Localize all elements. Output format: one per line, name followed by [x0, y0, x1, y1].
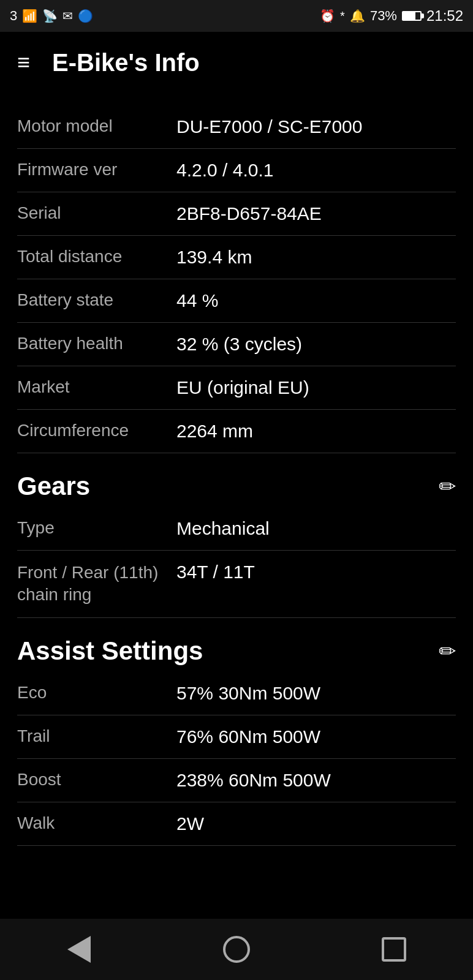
- gears-row-chainring: Front / Rear (11th) chain ring 34T / 11T: [17, 551, 456, 618]
- bike-info-section: Motor model DU-E7000 / SC-E7000 Firmware…: [17, 105, 456, 453]
- value-market: EU (original EU): [176, 377, 456, 398]
- home-button[interactable]: [212, 925, 261, 974]
- status-bar-left: 3 📶 📡 ✉ 🔵: [10, 8, 93, 24]
- app-icon: 🔵: [78, 9, 93, 23]
- assist-row-walk: Walk 2W: [17, 802, 456, 846]
- gears-row-type: Type Mechanical: [17, 507, 456, 551]
- gears-section: Gears ✏ Type Mechanical Front / Rear (11…: [17, 453, 456, 618]
- assist-settings-header: Assist Settings ✏: [17, 618, 456, 672]
- info-row-circumference: Circumference 2264 mm: [17, 410, 456, 453]
- nav-bar: [0, 919, 473, 980]
- signal-bars-icon: 📶: [22, 9, 37, 23]
- info-row-battery-state: Battery state 44 %: [17, 279, 456, 323]
- value-trail: 76% 60Nm 500W: [176, 726, 456, 747]
- value-gears-type: Mechanical: [176, 518, 456, 539]
- status-bar: 3 📶 📡 ✉ 🔵 ⏰ * 🔔 73% 21:52: [0, 0, 473, 32]
- gears-edit-button[interactable]: ✏: [439, 474, 456, 499]
- page-title: E-Bike's Info: [52, 49, 200, 77]
- recents-button[interactable]: [369, 925, 418, 974]
- info-row-firmware: Firmware ver 4.2.0 / 4.0.1: [17, 149, 456, 192]
- assist-settings-section: Assist Settings ✏ Eco 57% 30Nm 500W Trai…: [17, 618, 456, 846]
- label-gears-chainring: Front / Rear (11th) chain ring: [17, 562, 176, 606]
- info-row-serial: Serial 2BF8-D657-84AE: [17, 192, 456, 236]
- assist-row-trail: Trail 76% 60Nm 500W: [17, 715, 456, 759]
- info-row-market: Market EU (original EU): [17, 366, 456, 410]
- value-eco: 57% 30Nm 500W: [176, 683, 456, 704]
- info-row-total-distance: Total distance 139.4 km: [17, 236, 456, 279]
- wifi-icon: 📡: [42, 9, 58, 23]
- label-circumference: Circumference: [17, 421, 176, 440]
- label-eco: Eco: [17, 683, 176, 703]
- content-area: Motor model DU-E7000 / SC-E7000 Firmware…: [0, 93, 473, 870]
- value-serial: 2BF8-D657-84AE: [176, 203, 456, 224]
- mail-icon: ✉: [62, 9, 73, 23]
- battery-icon: [402, 11, 422, 21]
- label-firmware: Firmware ver: [17, 160, 176, 179]
- vibrate-icon: 🔔: [350, 9, 365, 23]
- assist-row-boost: Boost 238% 60Nm 500W: [17, 759, 456, 802]
- assist-settings-title: Assist Settings: [17, 636, 203, 666]
- app-bar: ≡ E-Bike's Info: [0, 32, 473, 93]
- value-boost: 238% 60Nm 500W: [176, 770, 456, 791]
- label-total-distance: Total distance: [17, 247, 176, 266]
- assist-settings-edit-button[interactable]: ✏: [439, 639, 456, 663]
- label-trail: Trail: [17, 726, 176, 746]
- status-bar-right: ⏰ * 🔔 73% 21:52: [320, 7, 463, 24]
- info-row-battery-health: Battery health 32 % (3 cycles): [17, 323, 456, 366]
- signal-text: 3: [10, 8, 17, 24]
- label-battery-state: Battery state: [17, 290, 176, 310]
- bluetooth-icon: *: [340, 9, 345, 23]
- time-display: 21:52: [426, 7, 463, 24]
- value-firmware: 4.2.0 / 4.0.1: [176, 160, 456, 181]
- value-walk: 2W: [176, 813, 456, 834]
- label-boost: Boost: [17, 770, 176, 790]
- gears-title: Gears: [17, 472, 90, 501]
- label-motor-model: Motor model: [17, 116, 176, 136]
- back-button[interactable]: [55, 925, 104, 974]
- value-total-distance: 139.4 km: [176, 247, 456, 268]
- label-market: Market: [17, 377, 176, 397]
- label-serial: Serial: [17, 203, 176, 223]
- gears-header: Gears ✏: [17, 453, 456, 507]
- value-battery-state: 44 %: [176, 290, 456, 311]
- battery-percentage: 73%: [370, 8, 397, 24]
- value-gears-chainring: 34T / 11T: [176, 562, 456, 582]
- value-battery-health: 32 % (3 cycles): [176, 334, 456, 355]
- label-battery-health: Battery health: [17, 334, 176, 353]
- info-row-motor-model: Motor model DU-E7000 / SC-E7000: [17, 105, 456, 149]
- value-motor-model: DU-E7000 / SC-E7000: [176, 116, 456, 137]
- alarm-icon: ⏰: [320, 9, 335, 23]
- label-walk: Walk: [17, 813, 176, 833]
- menu-button[interactable]: ≡: [17, 50, 30, 75]
- label-gears-type: Type: [17, 518, 176, 538]
- value-circumference: 2264 mm: [176, 421, 456, 442]
- assist-row-eco: Eco 57% 30Nm 500W: [17, 672, 456, 715]
